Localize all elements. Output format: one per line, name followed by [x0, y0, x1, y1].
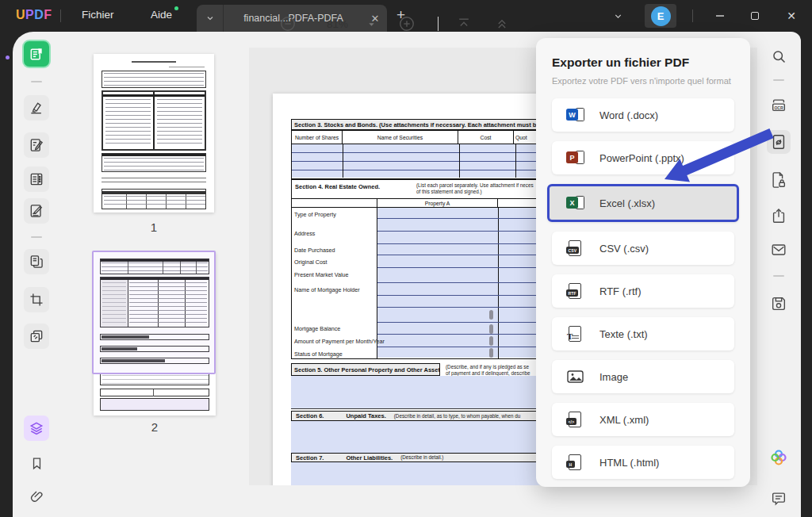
row-label: Amount of Payment per Month/Year — [294, 338, 385, 345]
edit-tool-button[interactable] — [24, 132, 49, 158]
layers-icon — [29, 420, 44, 436]
export-panel-subtitle: Exportez votre PDF vers n'importe quel f… — [552, 76, 734, 86]
layers-tool-button[interactable] — [24, 416, 49, 441]
ai-assistant-button[interactable] — [767, 446, 791, 469]
close-button[interactable]: ✕ — [780, 6, 802, 25]
row-label: Present Market Value — [294, 271, 349, 278]
bookmark-tool-button[interactable] — [24, 450, 49, 476]
logo-letter: D — [34, 8, 44, 21]
row-label: Type of Property — [294, 211, 336, 218]
organize-pages-button[interactable] — [24, 249, 49, 274]
powerpoint-file-icon: P — [566, 149, 588, 167]
edge-indicator-dot — [6, 56, 10, 59]
image-file-icon — [566, 368, 588, 385]
export-convert-button[interactable] — [767, 130, 791, 154]
maximize-button[interactable] — [744, 6, 766, 25]
crop-icon — [29, 292, 44, 308]
titlebar-divider — [60, 10, 61, 22]
export-option-powerpoint[interactable]: P PowerPoint (.pptx) — [552, 141, 734, 174]
row-label: Status of Mortgage — [294, 350, 343, 358]
word-file-icon: W — [566, 106, 588, 124]
mail-button[interactable] — [767, 238, 791, 262]
export-option-rtf[interactable]: RTF RTF (.rtf) — [552, 274, 734, 308]
toolbar-divider — [31, 81, 42, 82]
updf-logo: UPDF — [16, 8, 52, 22]
tab-chevron-down-icon[interactable] — [197, 5, 224, 32]
form-tool-button[interactable] — [24, 167, 49, 192]
bookmark-icon — [29, 456, 44, 471]
crop-tool-button[interactable] — [24, 287, 49, 312]
section5-header: Section 5. Other Personal Property and O… — [291, 363, 440, 376]
zoom-out-button[interactable] — [279, 15, 297, 33]
toolbar-divider — [773, 79, 784, 81]
edit-pdf-icon — [29, 137, 44, 153]
row-label: Original Cost — [294, 258, 327, 266]
search-icon — [771, 48, 787, 65]
html-file-icon: H — [566, 454, 588, 471]
watermark-tool-button[interactable] — [24, 324, 49, 349]
toolbar-divider — [773, 275, 784, 277]
feedback-icon — [770, 490, 787, 507]
field-handle — [489, 324, 493, 334]
reader-tool-button[interactable] — [24, 41, 49, 67]
export-option-excel[interactable]: X Excel (.xlsx) — [547, 184, 739, 222]
export-option-texte[interactable]: T Texte (.txt) — [552, 317, 734, 350]
row-label: Name of Mortgage Holder — [294, 286, 360, 293]
sign-icon — [29, 203, 44, 219]
export-panel: Exporter un fichier PDF Exportez votre P… — [536, 38, 750, 487]
attachment-tool-button[interactable] — [24, 484, 49, 509]
annotate-tool-button[interactable] — [24, 95, 49, 121]
xml-file-icon: </> — [566, 411, 588, 428]
toolbar-divider — [438, 17, 439, 31]
menu-aide[interactable]: Aide — [151, 9, 172, 21]
export-panel-title: Exporter un fichier PDF — [552, 56, 734, 70]
share-icon — [770, 207, 787, 224]
field-handle — [489, 310, 493, 320]
zoom-level[interactable]: 81% — [327, 18, 348, 30]
sign-tool-button[interactable] — [24, 198, 49, 224]
highlighter-icon — [29, 100, 44, 116]
rtf-file-icon: RTF — [566, 282, 588, 300]
row-label: Address — [294, 230, 315, 237]
page-up-button[interactable] — [494, 16, 510, 32]
toolbar-divider — [31, 236, 42, 238]
row-label: Mortgage Balance — [294, 325, 340, 332]
scroll-to-top-button[interactable] — [456, 16, 472, 32]
page-number-label: 1 — [138, 220, 170, 234]
field-handle — [489, 336, 493, 346]
export-option-word[interactable]: W Word (.docx) — [552, 98, 734, 132]
reader-icon — [29, 46, 44, 62]
logo-letter: U — [16, 8, 25, 21]
ai-assistant-icon — [769, 448, 788, 467]
form-icon — [29, 171, 44, 187]
export-option-html[interactable]: H HTML (.html) — [552, 446, 734, 479]
page-thumbnail-1[interactable] — [94, 54, 214, 213]
ocr-icon: OCR — [770, 97, 787, 114]
export-option-image[interactable]: Image — [552, 360, 734, 393]
organize-pages-icon — [29, 254, 44, 270]
document-lock-icon — [770, 171, 787, 189]
field-handle — [489, 348, 493, 358]
zoom-dropdown-icon[interactable] — [367, 20, 376, 29]
export-option-xml[interactable]: </> XML (.xml) — [552, 403, 734, 436]
row-label: Date Purchased — [294, 247, 335, 254]
protect-button[interactable] — [767, 168, 791, 192]
excel-file-icon: X — [566, 194, 588, 212]
save-icon — [770, 295, 787, 312]
aide-notification-dot — [174, 6, 178, 10]
export-option-csv[interactable]: CSV CSV (.csv) — [552, 232, 734, 265]
attachment-icon — [29, 489, 44, 504]
save-button[interactable] — [767, 292, 791, 316]
zoom-in-button[interactable] — [398, 15, 416, 33]
csv-file-icon: CSV — [566, 239, 588, 257]
share-button[interactable] — [767, 204, 791, 228]
ocr-button[interactable]: OCR — [767, 94, 791, 117]
logo-letter: P — [25, 8, 34, 21]
feedback-button[interactable] — [767, 487, 791, 511]
menu-fichier[interactable]: Fichier — [82, 9, 114, 21]
convert-icon — [770, 133, 787, 151]
thumbnail-viewport-indicator — [92, 251, 216, 374]
search-button[interactable] — [767, 44, 791, 68]
section5-note: (Describe, and if any is pledged as se o… — [446, 364, 530, 377]
page-number-label: 2 — [139, 420, 170, 434]
